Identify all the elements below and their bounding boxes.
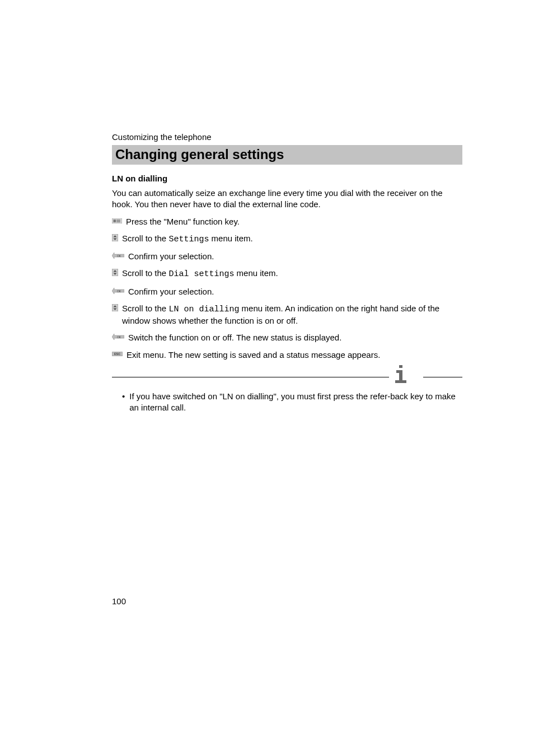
svg-rect-24	[399, 370, 402, 380]
svg-rect-25	[395, 380, 406, 383]
note-text: If you have switched on "LN on dialling"…	[129, 391, 462, 414]
step-text-fragment: Switch the function on or off. The new s…	[128, 333, 341, 342]
step-text: Scroll to the Dial settings menu item.	[122, 268, 278, 280]
step-text-fragment: menu item.	[234, 268, 278, 278]
scroll-key-icon	[112, 268, 118, 277]
step-text: Exit menu. The new setting is saved and …	[127, 349, 380, 361]
menu-key-icon	[112, 217, 122, 225]
info-divider	[112, 366, 462, 384]
menu-item-name: Dial settings	[168, 269, 234, 279]
step: Scroll to the Settings menu item.	[112, 233, 462, 245]
info-icon	[393, 365, 409, 383]
step-text: Confirm your selection.	[128, 286, 214, 297]
step-text-fragment: Scroll to the	[122, 268, 168, 278]
step-text-fragment: Confirm your selection.	[128, 287, 214, 296]
step: ESC Exit menu. The new setting is saved …	[112, 349, 462, 361]
steps-list: Press the "Menu" function key. Scroll to…	[112, 216, 462, 361]
ok-key-icon: OK	[112, 251, 124, 260]
step: Scroll to the Dial settings menu item.	[112, 268, 462, 280]
note-item: •If you have switched on "LN on dialling…	[122, 391, 462, 414]
step-text: Switch the function on or off. The new s…	[128, 332, 341, 343]
step-text: Press the "Menu" function key.	[126, 216, 240, 227]
scroll-key-icon	[112, 234, 118, 242]
menu-item-name: Settings	[168, 235, 209, 244]
intro-paragraph: You can automatically seize an exchange …	[112, 188, 462, 211]
svg-rect-4	[116, 221, 120, 222]
step: OK Switch the function on or off. The ne…	[112, 332, 462, 343]
menu-item-name: LN on dialling	[168, 305, 239, 314]
step: OK Confirm your selection.	[112, 251, 462, 262]
step-text-fragment: Press the "Menu" function key.	[126, 217, 240, 226]
step: OK Confirm your selection.	[112, 286, 462, 297]
step-text-fragment: Scroll to the	[122, 234, 168, 243]
page-number: 100	[112, 596, 126, 606]
step-text: Scroll to the LN on dialling menu item. …	[122, 303, 462, 327]
step-text-fragment: menu item.	[209, 234, 252, 243]
svg-text:ESC: ESC	[114, 352, 120, 356]
svg-rect-22	[399, 365, 402, 368]
svg-rect-3	[116, 221, 120, 221]
running-head: Customizing the telephone	[112, 132, 462, 142]
svg-text:OK: OK	[117, 289, 121, 292]
svg-rect-15	[112, 304, 118, 311]
step: Press the "Menu" function key.	[112, 216, 462, 227]
step-text: Scroll to the Settings menu item.	[122, 233, 253, 245]
svg-rect-10	[112, 269, 118, 276]
step-text: Confirm your selection.	[128, 251, 214, 262]
svg-text:OK: OK	[117, 335, 121, 339]
esc-key-icon: ESC	[112, 350, 123, 358]
step-text-fragment: Confirm your selection.	[128, 251, 214, 261]
svg-text:OK: OK	[117, 254, 121, 258]
step-text-fragment: Scroll to the	[122, 304, 168, 313]
step: Scroll to the LN on dialling menu item. …	[112, 303, 462, 327]
bullet-icon: •	[122, 391, 125, 414]
scroll-key-icon	[112, 304, 118, 312]
svg-rect-1	[114, 220, 116, 222]
ok-key-icon: OK	[112, 287, 124, 295]
step-text-fragment: Exit menu. The new setting is saved and …	[127, 350, 380, 360]
notes-list: •If you have switched on "LN on dialling…	[112, 391, 462, 414]
page: Customizing the telephone Changing gener…	[0, 0, 534, 756]
ok-key-icon: OK	[112, 333, 124, 341]
svg-rect-5	[112, 234, 118, 241]
svg-rect-2	[116, 220, 120, 220]
section-title: Changing general settings	[112, 145, 462, 165]
sub-title: LN on dialling	[112, 174, 462, 183]
